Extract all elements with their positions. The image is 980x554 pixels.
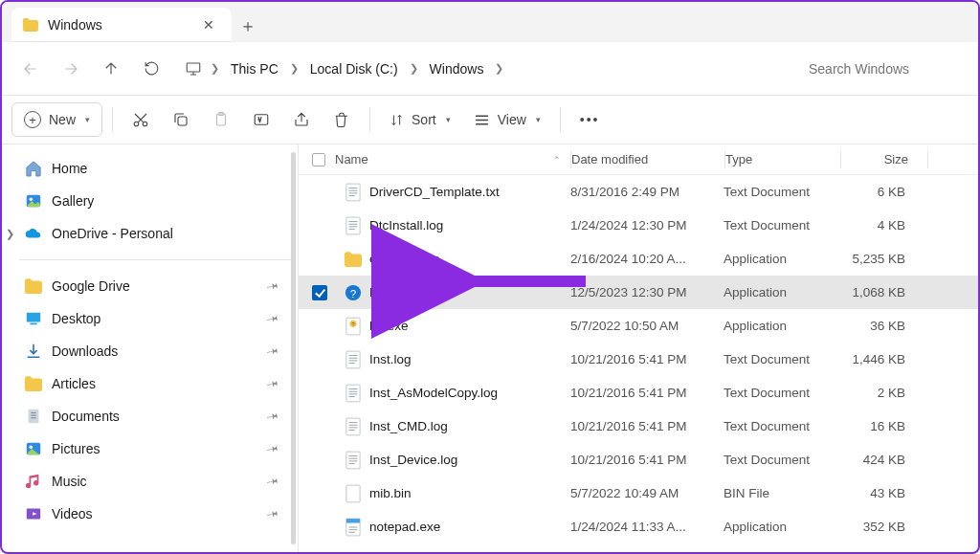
file-row[interactable]: mib.bin5/7/2022 10:49 AMBIN File43 KB bbox=[299, 476, 978, 510]
file-list: Name ⌃ Date modified Type Size DriverCD_… bbox=[299, 144, 978, 552]
txt-icon bbox=[345, 385, 362, 402]
separator bbox=[19, 259, 292, 260]
view-label: View bbox=[498, 112, 526, 127]
sidebar-onedrive[interactable]: ❯ OneDrive - Personal bbox=[19, 217, 292, 250]
pin-icon: 📌︎ bbox=[263, 439, 281, 458]
new-tab-button[interactable]: ＋ bbox=[232, 10, 264, 42]
svg-text:?: ? bbox=[351, 321, 355, 327]
col-size[interactable]: Size bbox=[841, 152, 927, 166]
sidebar-item-pictures[interactable]: Pictures📌︎ bbox=[19, 432, 292, 465]
chevron-right-icon[interactable]: ❯ bbox=[288, 62, 301, 75]
column-headers: Name ⌃ Date modified Type Size bbox=[299, 144, 978, 175]
file-row[interactable]: Inst_Device.log10/21/2016 5:41 PMText Do… bbox=[299, 443, 978, 476]
crumb-drive[interactable]: Local Disk (C:) bbox=[302, 55, 406, 82]
file-row[interactable]: explorer.exe2/16/2024 10:20 A...Applicat… bbox=[299, 242, 978, 276]
pictures-icon bbox=[25, 440, 42, 457]
chevron-right-icon[interactable]: ❯ bbox=[6, 228, 14, 240]
back-button[interactable] bbox=[13, 52, 48, 86]
col-date[interactable]: Date modified bbox=[571, 152, 724, 166]
file-row[interactable]: Inst_AsModelCopy.log10/21/2016 5:41 PMTe… bbox=[299, 376, 978, 410]
tab-windows[interactable]: Windows ✕ bbox=[11, 8, 232, 42]
music-icon bbox=[25, 473, 42, 490]
notepad-icon bbox=[345, 519, 362, 536]
rename-button[interactable] bbox=[243, 102, 279, 137]
sidebar-item-articles[interactable]: Articles📌︎ bbox=[19, 367, 292, 400]
file-name: hh.exe bbox=[369, 319, 409, 333]
file-row[interactable]: notepad.exe1/24/2024 11:33 A...Applicati… bbox=[299, 510, 978, 543]
svg-rect-11 bbox=[29, 410, 39, 423]
col-name[interactable]: Name ⌃ bbox=[312, 152, 570, 166]
file-date: 10/21/2016 5:41 PM bbox=[570, 453, 724, 467]
gdrive-icon bbox=[25, 277, 42, 295]
chevron-right-icon[interactable]: ❯ bbox=[209, 62, 221, 75]
file-row[interactable]: DriverCD_Template.txt8/31/2016 2:49 PMTe… bbox=[299, 175, 978, 209]
crumb-folder[interactable]: Windows bbox=[422, 55, 492, 82]
file-type: Text Document bbox=[724, 419, 838, 433]
svg-point-8 bbox=[30, 197, 33, 201]
sidebar-home[interactable]: Home bbox=[19, 152, 292, 185]
copy-button[interactable] bbox=[163, 102, 199, 137]
breadcrumb[interactable]: ❯ This PC ❯ Local Disk (C:) ❯ Windows ❯ bbox=[174, 52, 793, 86]
chevron-up-icon: ⌃ bbox=[553, 155, 561, 165]
select-all-checkbox[interactable] bbox=[312, 153, 325, 166]
file-size: 1,446 KB bbox=[838, 352, 924, 366]
chevron-right-icon[interactable]: ❯ bbox=[493, 62, 505, 75]
file-row[interactable]: Inst.log10/21/2016 5:41 PMText Document1… bbox=[299, 343, 978, 376]
file-name: Inst.log bbox=[369, 352, 412, 366]
svg-point-13 bbox=[30, 445, 33, 449]
chevron-right-icon[interactable]: ❯ bbox=[408, 62, 420, 75]
sidebar-item-downloads[interactable]: Downloads📌︎ bbox=[19, 335, 292, 367]
file-name: Inst_CMD.log bbox=[369, 419, 448, 433]
col-label: Name bbox=[335, 152, 368, 166]
file-type: Application bbox=[724, 520, 838, 534]
sort-button[interactable]: Sort ▾ bbox=[380, 102, 460, 137]
search-box[interactable] bbox=[799, 53, 967, 85]
file-row[interactable]: ?hh.exe5/7/2022 10:50 AMApplication36 KB bbox=[299, 309, 978, 343]
view-button[interactable]: View ▾ bbox=[464, 102, 550, 137]
col-type[interactable]: Type bbox=[725, 152, 840, 166]
share-button[interactable] bbox=[283, 102, 320, 137]
col-label: Type bbox=[725, 152, 752, 166]
up-button[interactable] bbox=[94, 52, 128, 86]
toolbar: + New ▾ Sort ▾ View ▾ ••• bbox=[2, 95, 978, 144]
cut-button[interactable] bbox=[122, 102, 159, 137]
crumb-thispc[interactable]: This PC bbox=[223, 55, 286, 82]
tab-bar: Windows ✕ ＋ bbox=[2, 2, 978, 42]
forward-button[interactable] bbox=[54, 52, 88, 86]
pin-icon: 📌︎ bbox=[263, 374, 281, 393]
refresh-button[interactable] bbox=[134, 52, 168, 86]
new-button[interactable]: + New ▾ bbox=[11, 102, 102, 137]
file-date: 12/5/2023 12:30 PM bbox=[570, 285, 724, 299]
paste-button[interactable] bbox=[203, 102, 239, 137]
file-name: DtcInstall.log bbox=[369, 218, 443, 233]
file-size: 1,068 KB bbox=[838, 285, 924, 299]
sidebar-item-gdrive[interactable]: Google Drive📌︎ bbox=[19, 270, 292, 302]
sidebar-item-label: Downloads bbox=[52, 343, 118, 359]
sidebar-item-desktop[interactable]: Desktop📌︎ bbox=[19, 302, 292, 335]
scrollbar[interactable] bbox=[291, 152, 296, 544]
file-row[interactable]: DtcInstall.log1/24/2024 12:30 PMText Doc… bbox=[299, 209, 978, 242]
file-date: 1/24/2024 11:33 A... bbox=[570, 520, 724, 534]
sidebar-gallery[interactable]: Gallery bbox=[19, 185, 292, 217]
file-size: 6 KB bbox=[838, 185, 924, 199]
sidebar-item-music[interactable]: Music📌︎ bbox=[19, 465, 292, 498]
row-checkbox[interactable] bbox=[312, 285, 337, 300]
tab-close-icon[interactable]: ✕ bbox=[197, 15, 220, 34]
sort-label: Sort bbox=[412, 112, 436, 127]
file-size: 36 KB bbox=[838, 319, 924, 333]
file-row[interactable]: ?HelpPane.exe12/5/2023 12:30 PMApplicati… bbox=[299, 276, 978, 309]
blank-icon bbox=[345, 485, 362, 502]
pin-icon: 📌︎ bbox=[263, 472, 281, 491]
more-button[interactable]: ••• bbox=[570, 102, 610, 137]
downloads-icon bbox=[25, 343, 42, 360]
file-size: 16 KB bbox=[838, 419, 924, 433]
svg-rect-26 bbox=[346, 485, 360, 502]
sidebar-item-videos[interactable]: Videos📌︎ bbox=[19, 498, 292, 530]
file-type: BIN File bbox=[724, 486, 838, 500]
sidebar-item-documents[interactable]: Documents📌︎ bbox=[19, 400, 292, 432]
file-row[interactable]: Inst_CMD.log10/21/2016 5:41 PMText Docum… bbox=[299, 410, 978, 443]
pc-icon[interactable] bbox=[180, 52, 207, 86]
svg-rect-3 bbox=[178, 117, 187, 125]
delete-button[interactable] bbox=[323, 102, 360, 137]
search-input[interactable] bbox=[809, 61, 957, 77]
